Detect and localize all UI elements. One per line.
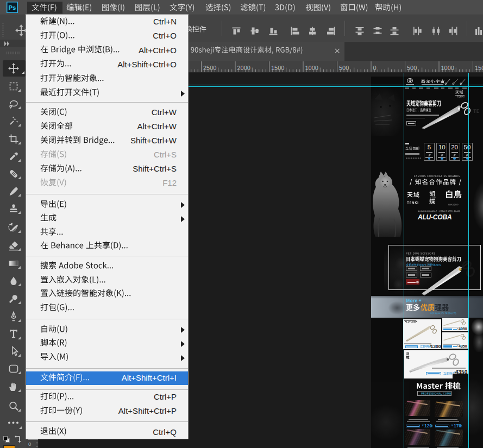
svg-text:2500: 2500 [203, 65, 216, 71]
svg-text:0: 0 [28, 441, 31, 447]
svg-text:1000: 1000 [441, 65, 454, 71]
svg-text:500: 500 [339, 65, 349, 71]
svg-text:500: 500 [407, 65, 417, 71]
svg-text:1000: 1000 [305, 65, 318, 71]
svg-text:0: 0 [373, 65, 377, 71]
svg-text:1500: 1500 [271, 65, 284, 71]
svg-text:1500: 1500 [475, 65, 483, 71]
svg-text:2000: 2000 [237, 65, 250, 71]
svg-text:Ps: Ps [8, 4, 16, 11]
